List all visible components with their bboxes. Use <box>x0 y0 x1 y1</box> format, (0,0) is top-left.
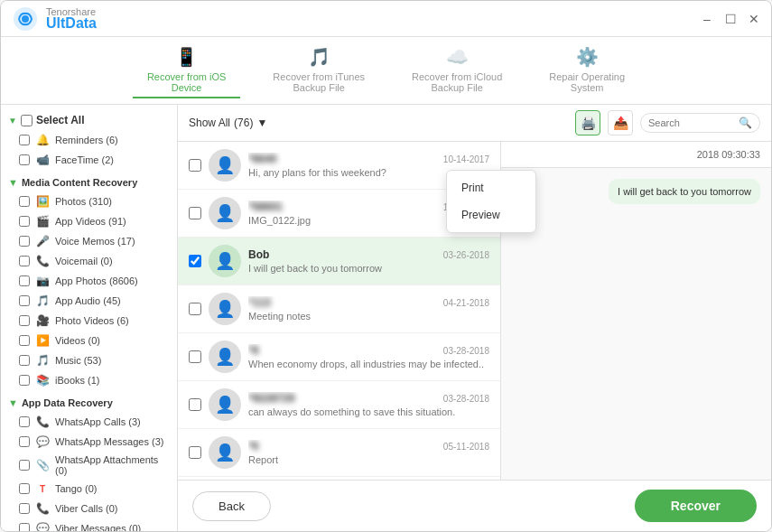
content-toolbar: Show All (76) ▼ 🖨️ 📤 🔍 <box>178 105 771 142</box>
app-photos-checkbox[interactable] <box>19 275 30 286</box>
logo-text-area: Tenorshare UltData <box>46 6 97 32</box>
photos-checkbox[interactable] <box>19 196 30 207</box>
sidebar-item-voice-memos[interactable]: 🎤 Voice Memos (17) <box>1 231 177 251</box>
select-all-checkbox[interactable] <box>21 115 33 126</box>
select-all-header[interactable]: ▼ Select All <box>1 110 177 130</box>
recover-button[interactable]: Recover <box>635 490 757 522</box>
media-expand-icon: ▼ <box>8 177 18 188</box>
whatsapp-calls-checkbox[interactable] <box>19 416 30 427</box>
message-5-checkbox[interactable] <box>189 350 201 363</box>
tab-repair[interactable]: ⚙️ Repair OperatingSystem <box>535 42 639 98</box>
tab-repair-label: Repair OperatingSystem <box>549 71 625 93</box>
print-icon-button[interactable]: 🖨️ <box>575 110 600 135</box>
whatsapp-attachments-checkbox[interactable] <box>19 460 30 471</box>
facetime-icon: 📹 <box>35 153 50 167</box>
message-1-checkbox[interactable] <box>189 159 201 172</box>
message-7-checkbox[interactable] <box>189 446 201 459</box>
tab-ios-label: Recover from iOSDevice <box>147 71 226 93</box>
sidebar-item-whatsapp-attachments[interactable]: 📎 WhatsApp Attachments (0) <box>1 452 177 479</box>
whatsapp-calls-label: WhatsApp Calls (3) <box>55 416 141 427</box>
message-item[interactable]: 👤 *113 04-21-2018 Meeting notes <box>178 285 500 333</box>
app-videos-label: App Videos (91) <box>55 216 126 227</box>
logo-product: UltData <box>46 15 97 32</box>
facetime-checkbox[interactable] <box>19 154 30 165</box>
voice-memos-label: Voice Memos (17) <box>55 236 135 247</box>
media-recovery-category[interactable]: ▼ Media Content Recovery <box>1 173 177 191</box>
message-2-checkbox[interactable] <box>189 207 201 219</box>
tango-checkbox[interactable] <box>19 483 30 494</box>
sidebar-item-tango[interactable]: T Tango (0) <box>1 479 177 499</box>
message-4-checkbox[interactable] <box>189 303 201 315</box>
message-7-body: *6 05-11-2018 Report <box>248 440 489 465</box>
back-button[interactable]: Back <box>192 491 271 521</box>
whatsapp-calls-icon: 📞 <box>35 415 50 429</box>
sidebar-item-app-photos[interactable]: 📷 App Photos (8606) <box>1 271 177 291</box>
photo-videos-icon: 🎥 <box>35 313 50 328</box>
sidebar-item-viber-messages[interactable]: 💬 Viber Messages (0) <box>1 518 177 531</box>
voicemail-icon: 📞 <box>35 254 50 268</box>
sidebar-item-app-audio[interactable]: 🎵 App Audio (45) <box>1 291 177 311</box>
tango-icon: T <box>35 481 50 496</box>
sidebar-item-voicemail[interactable]: 📞 Voicemail (0) <box>1 251 177 271</box>
app-audio-checkbox[interactable] <box>19 295 30 306</box>
detail-header: 2018 09:30:33 <box>501 142 771 168</box>
tab-itunes[interactable]: 🎵 Recover from iTunesBackup File <box>258 42 379 98</box>
sidebar-item-videos[interactable]: ▶️ Videos (0) <box>1 331 177 350</box>
sidebar-item-viber-calls[interactable]: 📞 Viber Calls (0) <box>1 499 177 518</box>
media-recovery-label: Media Content Recovery <box>22 177 137 188</box>
message-item[interactable]: 👤 *8 03-28-2018 When economy drops, all … <box>178 333 500 381</box>
message-item[interactable]: 👤 *9228729 03-28-2018 can always do some… <box>178 381 500 429</box>
tab-icloud[interactable]: ☁️ Recover from iCloudBackup File <box>397 42 516 98</box>
search-input[interactable] <box>648 117 739 128</box>
message-5-date: 03-28-2018 <box>443 346 489 356</box>
sidebar-item-facetime[interactable]: 📹 FaceTime (2) <box>1 150 177 170</box>
message-3-checkbox[interactable] <box>189 255 201 267</box>
sidebar-item-whatsapp-calls[interactable]: 📞 WhatsApp Calls (3) <box>1 412 177 432</box>
viber-calls-checkbox[interactable] <box>19 503 30 514</box>
sidebar-item-whatsapp-messages[interactable]: 💬 WhatsApp Messages (3) <box>1 432 177 452</box>
photo-videos-checkbox[interactable] <box>19 315 30 326</box>
svg-point-1 <box>22 15 29 23</box>
tango-label: Tango (0) <box>55 483 97 494</box>
message-3-body: Bob 03-26-2018 I will get back to you to… <box>248 248 489 274</box>
export-icon-button[interactable]: 📤 <box>608 110 633 135</box>
ibooks-checkbox[interactable] <box>19 375 30 386</box>
tab-itunes-label: Recover from iTunesBackup File <box>273 71 365 93</box>
whatsapp-messages-checkbox[interactable] <box>19 436 30 447</box>
avatar: 👤 <box>209 197 241 229</box>
sidebar-item-ibooks[interactable]: 📚 iBooks (1) <box>1 370 177 390</box>
sidebar-item-reminders[interactable]: 🔔 Reminders (6) <box>1 130 177 150</box>
show-all-count: (76) <box>234 117 253 129</box>
dropdown-preview-item[interactable]: Preview <box>447 201 535 229</box>
close-button[interactable]: ✕ <box>748 13 760 25</box>
voicemail-checkbox[interactable] <box>19 256 30 266</box>
app-videos-checkbox[interactable] <box>19 216 30 227</box>
voice-memos-checkbox[interactable] <box>19 236 30 247</box>
message-3-date: 03-26-2018 <box>443 250 489 260</box>
app-data-expand-icon: ▼ <box>8 397 18 408</box>
dropdown-print-item[interactable]: Print <box>447 174 535 201</box>
sidebar-item-music[interactable]: 🎵 Music (53) <box>1 350 177 370</box>
sidebar-item-photo-videos[interactable]: 🎥 Photo Videos (6) <box>1 311 177 331</box>
message-item[interactable]: 👤 *6 05-11-2018 Report <box>178 429 500 477</box>
show-all-button[interactable]: Show All (76) ▼ <box>189 117 267 129</box>
message-6-checkbox[interactable] <box>189 398 201 411</box>
sidebar-item-app-videos[interactable]: 🎬 App Videos (91) <box>1 211 177 231</box>
reminders-checkbox[interactable] <box>19 135 30 145</box>
detail-timestamp: 2018 09:30:33 <box>697 149 760 160</box>
window-controls: – ☐ ✕ <box>701 13 760 25</box>
music-checkbox[interactable] <box>19 355 30 366</box>
videos-checkbox[interactable] <box>19 335 30 346</box>
sidebar-item-photos[interactable]: 🖼️ Photos (310) <box>1 191 177 211</box>
tab-icloud-label: Recover from iCloudBackup File <box>412 71 502 93</box>
viber-messages-icon: 💬 <box>35 521 50 531</box>
minimize-button[interactable]: – <box>701 13 713 25</box>
maximize-button[interactable]: ☐ <box>724 13 737 25</box>
tab-ios-device[interactable]: 📱 Recover from iOSDevice <box>133 42 240 98</box>
ios-device-icon: 📱 <box>175 46 198 68</box>
app-data-recovery-category[interactable]: ▼ App Data Recovery <box>1 394 177 412</box>
viber-messages-label: Viber Messages (0) <box>55 523 141 531</box>
viber-messages-checkbox[interactable] <box>19 523 30 531</box>
photos-label: Photos (310) <box>55 196 112 207</box>
message-item-selected[interactable]: 👤 Bob 03-26-2018 I will get back to you … <box>178 238 500 285</box>
